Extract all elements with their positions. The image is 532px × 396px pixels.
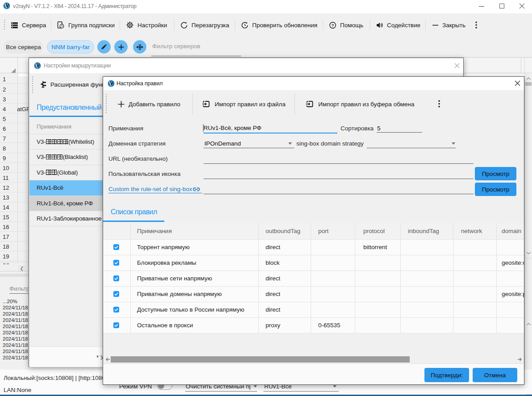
svg-text:?: ? (332, 23, 334, 28)
